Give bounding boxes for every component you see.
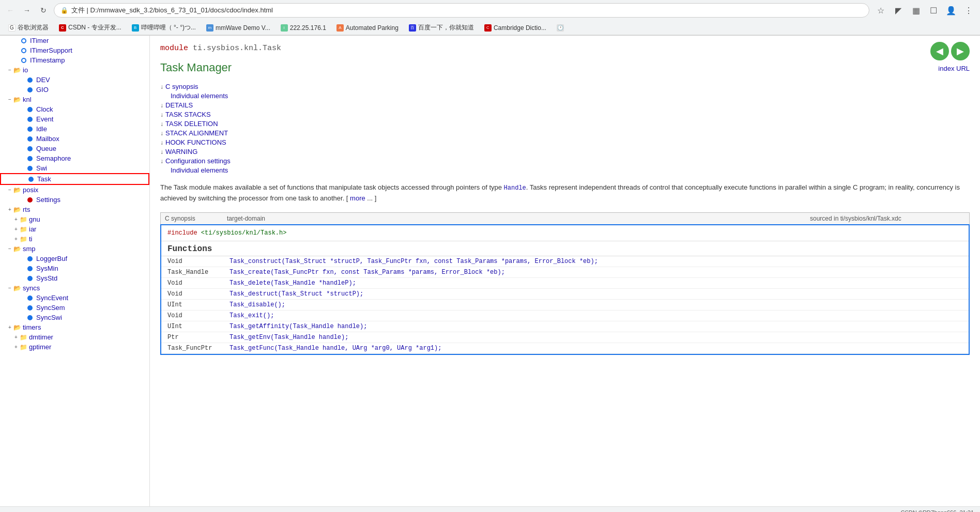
sidebar-item-io[interactable]: −📂io — [0, 65, 149, 75]
func-return-type: Void — [161, 256, 223, 267]
func-signature[interactable]: Task_destruct(Task_Struct *structP); — [223, 288, 969, 299]
sidebar-item-gio[interactable]: GIO — [0, 85, 149, 95]
bookmark-item-ip[interactable]: i222.25.176.1 — [277, 23, 330, 33]
bookmark-item-clock[interactable]: 🕐 — [553, 23, 568, 33]
bookmark-item-mmwave[interactable]: mmmWave Demo V... — [202, 23, 274, 33]
sidebar-item-syncevent[interactable]: SyncEvent — [0, 293, 149, 303]
sidebar-item-itimer[interactable]: ITimer — [0, 36, 149, 45]
refresh-button[interactable]: ↻ — [37, 4, 50, 17]
sidebar-item-swi[interactable]: Swi — [0, 163, 149, 173]
sidebar-item-knl[interactable]: −📂knl — [0, 95, 149, 104]
folder-icon-gptimer: 📁 — [20, 344, 27, 351]
back-button[interactable]: ← — [4, 4, 17, 17]
func-return-type: Void — [161, 288, 223, 299]
toc-link-task-stacks[interactable]: TASK STACKS — [165, 111, 211, 118]
sidebar-item-event[interactable]: Event — [0, 114, 149, 124]
sidebar-label-iar: iar — [29, 225, 36, 233]
tab-search-button[interactable]: ▦ — [909, 3, 923, 18]
func-link[interactable]: Task_delete(Task_Handle *handleP); — [229, 280, 356, 287]
index-url-link[interactable]: index URL — [938, 65, 970, 72]
bookmark-item-csdn[interactable]: CCSDN - 专业开发... — [55, 22, 126, 33]
bookmark-item-cambridge[interactable]: CCambridge Dictio... — [480, 23, 550, 33]
profile-button[interactable]: 👤 — [944, 3, 958, 18]
bookmark-item-baidu[interactable]: 百百度一下，你就知道 — [405, 22, 478, 33]
sidebar-item-settings[interactable]: Settings — [0, 195, 149, 205]
bookmark-item-bili[interactable]: B哔哩哔哩（ °- °)つ... — [128, 22, 200, 33]
bookmark-star-button[interactable]: ☆ — [874, 3, 888, 18]
menu-button[interactable]: ⋮ — [961, 3, 976, 18]
func-link[interactable]: Task_construct(Task_Struct *structP, Tas… — [229, 258, 598, 265]
sidebar-item-mailbox[interactable]: Mailbox — [0, 134, 149, 144]
sidebar-item-ti[interactable]: +📁ti — [0, 234, 149, 244]
func-link[interactable]: Task_getAffinity(Task_Handle handle); — [229, 323, 367, 330]
sidebar-item-loggerbuf[interactable]: LoggerBuf — [0, 254, 149, 263]
sidebar-item-semaphore[interactable]: Semaphore — [0, 153, 149, 163]
func-signature[interactable]: Task_construct(Task_Struct *structP, Tas… — [223, 256, 969, 267]
window-button[interactable]: ☐ — [926, 3, 941, 18]
sidebar-item-smp[interactable]: −📂smp — [0, 244, 149, 254]
sidebar-item-idle[interactable]: Idle — [0, 124, 149, 134]
func-link[interactable]: Task_getEnv(Task_Handle handle); — [229, 334, 348, 341]
circle-icon-idle — [27, 127, 33, 132]
sidebar-item-itimestamp[interactable]: ITimestamp — [0, 55, 149, 65]
toc-link-config-settings[interactable]: Configuration settings — [165, 157, 231, 165]
sidebar-label-io: io — [23, 66, 28, 74]
circle-icon-settings — [27, 197, 33, 203]
bookmark-item-parking[interactable]: AAutomated Parking — [332, 23, 403, 33]
nav-back-arrow-button[interactable]: ◀ — [930, 42, 949, 60]
sidebar-item-gptimer[interactable]: +📁gptimer — [0, 342, 149, 352]
sidebar-item-queue[interactable]: Queue — [0, 144, 149, 153]
func-link[interactable]: Task_getFunc(Task_Handle handle, UArg *a… — [229, 345, 441, 352]
func-signature[interactable]: Task_getAffinity(Task_Handle handle); — [223, 321, 969, 332]
bookmark-favicon-bili: B — [132, 24, 139, 32]
sidebar-label-syncevent: SyncEvent — [36, 294, 68, 302]
table-row: Task_HandleTask_create(Task_FuncPtr fxn,… — [161, 267, 969, 277]
toc-link-task-deletion[interactable]: TASK DELETION — [165, 120, 218, 128]
sidebar-item-sysmin[interactable]: SysMin — [0, 263, 149, 273]
sidebar-item-rts[interactable]: +📂rts — [0, 205, 149, 214]
sidebar-item-syncs[interactable]: −📂syncs — [0, 283, 149, 293]
toc-arrow-config-settings: ↓ — [160, 158, 163, 165]
sidebar-item-dev[interactable]: DEV — [0, 75, 149, 85]
toc-link-individual-elements-1[interactable]: Individual elements — [171, 92, 228, 100]
toc-link-details[interactable]: DETAILS — [165, 101, 193, 109]
folder-icon-rts: 📂 — [13, 206, 21, 213]
toc-link-c-synopsis[interactable]: C synopsis — [165, 83, 198, 90]
func-link[interactable]: Task_exit(); — [229, 312, 274, 319]
func-signature[interactable]: Task_delete(Task_Handle *handleP); — [223, 277, 969, 288]
toc-link-individual-elements-2[interactable]: Individual elements — [171, 166, 228, 174]
func-link[interactable]: Task_create(Task_FuncPtr fxn, const Task… — [229, 269, 505, 276]
func-signature[interactable]: Task_getEnv(Task_Handle handle); — [223, 332, 969, 343]
more-link[interactable]: more — [350, 194, 365, 202]
forward-button[interactable]: → — [21, 4, 33, 17]
func-link[interactable]: Task_disable(); — [229, 301, 285, 308]
sidebar-item-iar[interactable]: +📁iar — [0, 224, 149, 234]
func-signature[interactable]: Task_create(Task_FuncPtr fxn, const Task… — [223, 267, 969, 277]
sidebar-item-task[interactable]: Task — [0, 173, 149, 185]
bookmark-favicon-clock: 🕐 — [557, 24, 564, 32]
address-bar[interactable]: 🔒 文件 | D:/mmwave_sdk_3.2/bios_6_73_01_01… — [54, 3, 869, 18]
sidebar-item-dmtimer[interactable]: +📁dmtimer — [0, 332, 149, 342]
sidebar-item-timers[interactable]: +📂timers — [0, 322, 149, 332]
nav-forward-arrow-button[interactable]: ▶ — [951, 42, 970, 60]
toc-link-warning[interactable]: WARNING — [165, 148, 197, 156]
sidebar-item-syncswi[interactable]: SyncSwi — [0, 313, 149, 322]
cast-button[interactable]: ◤ — [891, 3, 906, 18]
sidebar-label-dmtimer: dmtimer — [29, 333, 53, 341]
sidebar-item-clock[interactable]: Clock — [0, 104, 149, 114]
func-link[interactable]: Task_destruct(Task_Struct *structP); — [229, 290, 363, 298]
bookmark-item-google[interactable]: G谷歌浏览器 — [4, 22, 53, 33]
sidebar-item-posix[interactable]: −📂posix — [0, 185, 149, 195]
sidebar-item-sysstd[interactable]: SysStd — [0, 273, 149, 283]
toc-link-stack-alignment[interactable]: STACK ALIGNMENT — [165, 129, 228, 137]
sidebar-item-gnu[interactable]: +📁gnu — [0, 214, 149, 224]
toc-link-hook-functions[interactable]: HOOK FUNCTIONS — [165, 138, 226, 146]
sidebar-item-itimersupport[interactable]: ITimerSupport — [0, 45, 149, 55]
sidebar-item-syncsem[interactable]: SyncSem — [0, 303, 149, 313]
func-signature[interactable]: Task_exit(); — [223, 310, 969, 321]
func-signature[interactable]: Task_getFunc(Task_Handle handle, UArg *a… — [223, 343, 969, 353]
bookmark-favicon-parking: A — [336, 24, 344, 32]
page-title: Task Manager — [160, 61, 970, 74]
func-signature[interactable]: Task_disable(); — [223, 299, 969, 310]
sidebar-label-itimestamp: ITimestamp — [30, 56, 65, 64]
